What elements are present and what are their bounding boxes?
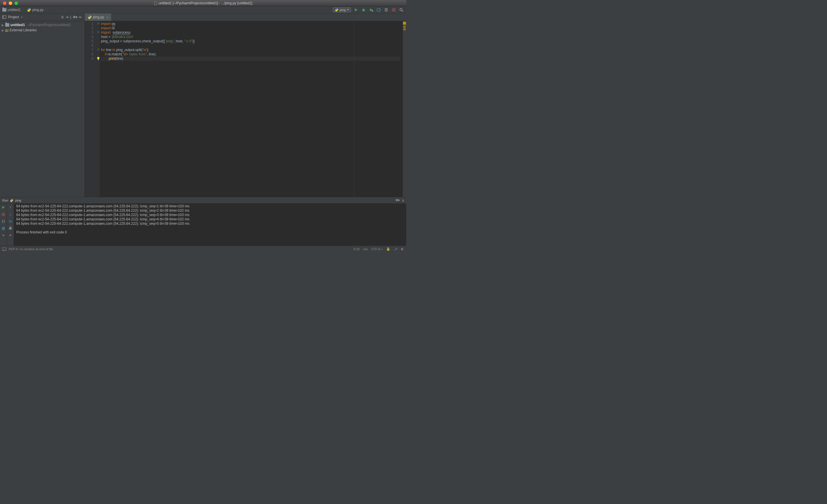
warning-marker[interactable]: [403, 29, 406, 30]
sidebar-title: Project: [8, 15, 19, 19]
python-icon: [10, 199, 13, 202]
run-button[interactable]: [353, 7, 359, 12]
hector-icon[interactable]: ◐: [401, 247, 404, 251]
project-icon: [154, 1, 157, 5]
expand-arrow-icon[interactable]: ▶: [2, 23, 4, 27]
zoom-window-icon[interactable]: [14, 1, 18, 5]
error-stripe[interactable]: [403, 21, 406, 197]
svg-rect-9: [2, 213, 5, 216]
editor-tab[interactable]: ping.py ×: [85, 13, 112, 21]
encoding-selector[interactable]: UTF-8 ÷: [371, 247, 383, 251]
svg-rect-11: [4, 220, 5, 223]
debug-button[interactable]: [361, 7, 366, 12]
run-config-name: ping: [15, 199, 21, 202]
tree-path: ~/PycharmProjects/untitled1: [27, 23, 71, 27]
status-message: PEP 8: no newline at end of file: [9, 247, 53, 251]
print-button[interactable]: 🖶: [8, 226, 13, 231]
minimize-icon[interactable]: ±: [402, 199, 404, 202]
warning-marker[interactable]: [403, 26, 406, 27]
stop-button: [1, 212, 6, 217]
svg-rect-1: [155, 2, 157, 4]
run-controls-right: ↑ ↓ ⇆ 🖶 »: [7, 204, 14, 245]
code-area[interactable]: import osimport reimport subprocesshost …: [100, 21, 403, 197]
more-button[interactable]: »: [1, 233, 6, 238]
insert-mode[interactable]: n/a: [363, 247, 368, 251]
settings-icon[interactable]: ✻▾: [73, 15, 78, 19]
minimize-window-icon[interactable]: [9, 1, 12, 5]
expand-arrow-icon[interactable]: ▶: [2, 29, 4, 32]
editor-body[interactable]: 123456789 ⊖⊖⊖⊟ import osimport reimport …: [85, 21, 406, 197]
python-file-icon: [27, 8, 31, 12]
coverage-button[interactable]: [369, 7, 374, 12]
run-output[interactable]: 64 bytes from ec2-54-225-64-222.compute-…: [14, 204, 406, 245]
pause-button: [1, 219, 6, 224]
run-body: ▦ » ↑ ↓ ⇆ 🖶 » 64 bytes from ec2-54-225-6…: [0, 204, 406, 245]
stop-button: [391, 7, 396, 12]
fold-column[interactable]: ⊖⊖⊖⊟: [96, 21, 100, 197]
run-header: Run ping ✻▾ ±: [0, 197, 406, 204]
breadcrumb: untitled1 〉 ping.py 〉: [2, 7, 49, 12]
python-file-icon: [88, 15, 92, 19]
close-tab-icon[interactable]: ×: [106, 15, 109, 19]
project-sidebar: Project ▼ ⊙ ⇥ | ✻▾ ⇤ ▶ untitled1 ~/Pycha…: [0, 13, 85, 197]
collapse-all-icon[interactable]: ⊙: [61, 15, 64, 19]
svg-rect-5: [392, 8, 395, 12]
expand-icon[interactable]: ⇥: [65, 15, 68, 19]
folder-icon: [5, 23, 9, 27]
breadcrumb-project[interactable]: untitled1: [7, 8, 20, 12]
folder-icon: [2, 8, 6, 12]
tree-node-project[interactable]: ▶ untitled1 ~/PycharmProjects/untitled1: [0, 22, 85, 27]
more-button[interactable]: »: [8, 233, 13, 238]
chevron-down-icon: ▼: [347, 8, 349, 11]
run-title: Run: [2, 199, 8, 202]
title-bar: untitled1 [~/PycharmProjects/untitled1] …: [0, 0, 406, 6]
git-icon[interactable]: ⎇: [394, 247, 397, 251]
tree-label: untitled1: [10, 23, 25, 27]
navigation-bar: untitled1 〉 ping.py 〉 ping ▼: [0, 6, 406, 13]
svg-rect-13: [3, 250, 6, 250]
sidebar-header: Project ▼ ⊙ ⇥ | ✻▾ ⇤: [0, 13, 85, 21]
project-view-icon: [2, 15, 6, 19]
tree-node-libraries[interactable]: ▶ External Libraries: [0, 27, 85, 33]
up-button[interactable]: ↑: [8, 205, 13, 210]
hide-icon[interactable]: ⇤: [79, 15, 82, 19]
divider-icon: |: [70, 15, 71, 19]
svg-point-6: [400, 8, 402, 11]
search-everywhere-button[interactable]: [399, 7, 404, 12]
close-window-icon[interactable]: [3, 1, 6, 5]
lock-icon[interactable]: 🔓: [386, 247, 390, 251]
dump-button[interactable]: ▦: [1, 226, 6, 231]
run-tool-window: Run ping ✻▾ ± ▦ » ↑ ↓ ⇆ 🖶 » 64 bytes fro…: [0, 197, 406, 245]
tree-label: External Libraries: [10, 28, 37, 32]
window-title: untitled1 [~/PycharmProjects/untitled1] …: [154, 1, 252, 5]
cursor-position[interactable]: 9:20: [353, 247, 359, 251]
attach-button[interactable]: [384, 7, 389, 12]
traffic-lights: [0, 1, 18, 5]
wrap-button[interactable]: ⇆: [8, 219, 13, 224]
down-button[interactable]: ↓: [8, 212, 13, 217]
warning-marker[interactable]: [403, 27, 406, 29]
editor: ping.py × 123456789 ⊖⊖⊖⊟ import osimport…: [85, 13, 406, 197]
project-tree[interactable]: ▶ untitled1 ~/PycharmProjects/untitled1 …: [0, 21, 85, 34]
profile-button[interactable]: [376, 7, 381, 12]
chevron-right-icon: 〉: [45, 7, 49, 12]
library-icon: [5, 29, 8, 32]
rerun-button[interactable]: [1, 205, 6, 210]
run-config-selector[interactable]: ping ▼: [333, 7, 351, 12]
breadcrumb-file[interactable]: ping.py: [32, 8, 44, 12]
editor-tabs: ping.py ×: [85, 13, 406, 21]
tool-windows-icon[interactable]: [2, 247, 6, 251]
run-controls-left: ▦ »: [0, 204, 7, 245]
chevron-down-icon[interactable]: ▼: [20, 16, 23, 18]
line-gutter[interactable]: 123456789: [85, 21, 96, 197]
toolbar: ping ▼: [333, 7, 404, 12]
right-margin-line: [354, 21, 354, 197]
svg-point-2: [362, 9, 365, 11]
warning-indicator-icon[interactable]: [403, 22, 406, 25]
chevron-right-icon: 〉: [22, 7, 26, 12]
python-icon: [335, 8, 338, 12]
svg-rect-10: [2, 220, 3, 223]
svg-rect-3: [372, 10, 373, 12]
settings-icon[interactable]: ✻▾: [395, 199, 400, 202]
status-bar: PEP 8: no newline at end of file 9:20 n/…: [0, 245, 406, 252]
